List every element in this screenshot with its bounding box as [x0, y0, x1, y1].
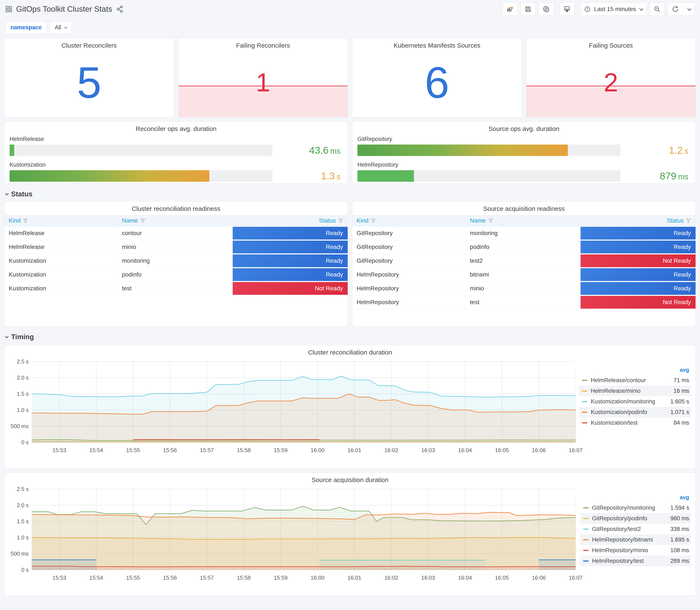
save-dashboard-button[interactable]	[521, 2, 536, 16]
status-badge: Not Ready	[233, 282, 348, 295]
legend-series-name[interactable]: HelmRepository/bitnami	[592, 536, 655, 543]
column-header-name[interactable]: Name	[466, 217, 581, 224]
legend-series-name[interactable]: HelmRelease/minio	[591, 388, 655, 394]
filter-icon[interactable]	[23, 218, 28, 223]
share-icon[interactable]	[116, 5, 124, 13]
y-axis-tick: 1.5 s	[6, 391, 29, 397]
x-axis-tick: 16:04	[452, 447, 478, 453]
column-header-kind[interactable]: Kind	[4, 217, 118, 224]
panel-title[interactable]: Source acquisition duration	[4, 473, 696, 485]
chevron-down-icon	[687, 6, 691, 11]
cell-kind: GitRepository	[352, 254, 466, 268]
legend-series-marker-icon	[582, 412, 587, 413]
zoom-out-button[interactable]	[649, 2, 665, 16]
timeseries-panel-cluster-reconciliation-duration: Cluster reconciliation duration 0 s500 m…	[4, 345, 696, 468]
x-axis-tick: 16:03	[416, 575, 441, 581]
table-row: HelmReleasecontourReady	[4, 226, 348, 240]
column-header-status[interactable]: Status	[233, 217, 348, 224]
legend-series-name[interactable]: GitRepository/test2	[592, 526, 655, 532]
x-axis-tick: 16:06	[526, 575, 551, 581]
gauge-bar	[357, 145, 620, 156]
x-axis-tick: 15:53	[47, 447, 72, 453]
table-header: KindNameStatus	[352, 215, 696, 226]
panel-title[interactable]: Kubernetes Manifests Sources	[352, 38, 522, 50]
legend-series-name[interactable]: Kustomization/podinfo	[591, 409, 655, 416]
refresh-button[interactable]	[668, 2, 683, 16]
cell-status: Not Ready	[581, 295, 696, 309]
column-header-name[interactable]: Name	[118, 217, 233, 224]
y-axis-tick: 2.5 s	[6, 358, 29, 365]
legend-series-name[interactable]: Kustomization/test	[591, 420, 655, 426]
section-header-timing[interactable]: Timing	[5, 333, 695, 341]
legend-avg-value: 980 ms	[655, 515, 689, 522]
variable-namespace-label[interactable]: namespace	[5, 21, 47, 34]
column-header-kind[interactable]: Kind	[352, 217, 466, 224]
cell-kind: HelmRepository	[352, 282, 466, 295]
table-body: GitRepositorymonitoringReadyGitRepositor…	[352, 226, 696, 309]
panel-title[interactable]: Cluster reconciliation duration	[4, 346, 696, 357]
time-series-plot[interactable]	[32, 358, 576, 445]
add-panel-button[interactable]	[502, 2, 518, 16]
gauge-label: GitRepository	[357, 136, 690, 142]
gauge-row: HelmRepository879ms	[357, 162, 690, 182]
filter-icon[interactable]	[488, 218, 493, 223]
legend-series-name[interactable]: Kustomization/monitoring	[591, 398, 655, 405]
gauges-row: Reconciler ops avg. duration HelmRelease…	[4, 122, 696, 183]
dashboard-grid-icon[interactable]	[5, 5, 12, 13]
x-axis-tick: 16:05	[489, 447, 515, 453]
panel-title[interactable]: Reconciler ops avg. duration	[4, 122, 348, 134]
filter-icon[interactable]	[371, 218, 376, 223]
variable-namespace-value-dropdown[interactable]: All	[50, 21, 72, 34]
panel-title[interactable]: Cluster reconciliation readiness	[4, 202, 348, 214]
panel-title[interactable]: Source acquisition readiness	[352, 202, 696, 214]
bargauge-panel-source-ops: Source ops avg. duration GitRepository1.…	[352, 122, 696, 183]
legend-avg-value: 108 ms	[655, 547, 689, 554]
legend-avg-header[interactable]: avg	[580, 493, 691, 502]
filter-icon[interactable]	[686, 218, 691, 223]
legend-series-name[interactable]: HelmRepository/test	[592, 558, 655, 564]
cycle-view-button[interactable]	[559, 2, 575, 16]
table-row: KustomizationmonitoringReady	[4, 254, 348, 268]
table-body: HelmReleasecontourReadyHelmReleaseminioR…	[4, 226, 348, 295]
y-axis-tick: 2.0 s	[6, 374, 29, 381]
filter-icon[interactable]	[338, 218, 343, 223]
time-series-plot[interactable]	[32, 486, 576, 572]
legend-row: HelmRelease/contour71 ms	[579, 375, 691, 386]
column-header-status[interactable]: Status	[581, 217, 696, 224]
status-badge: Not Ready	[581, 254, 696, 267]
gauge-rows: HelmRelease43.6msKustomization1.3s	[4, 134, 348, 182]
legend-series-name[interactable]: GitRepository/monitoring	[592, 504, 655, 511]
table-row: GitRepositorypodinfoReady	[352, 240, 696, 254]
legend-series-marker-icon	[582, 380, 587, 381]
legend-series-name[interactable]: HelmRelease/contour	[591, 377, 655, 384]
refresh-interval-button[interactable]	[683, 2, 695, 16]
table-row: KustomizationpodinfoReady	[4, 268, 348, 282]
legend-avg-value: 338 ms	[655, 526, 689, 532]
gauge-value: 879ms	[620, 170, 690, 182]
cell-kind: GitRepository	[352, 240, 466, 254]
legend-avg-header[interactable]: avg	[579, 366, 691, 375]
cell-status: Ready	[581, 240, 696, 254]
bargauge-panel-reconciler-ops: Reconciler ops avg. duration HelmRelease…	[4, 122, 348, 183]
section-header-status[interactable]: Status	[5, 190, 695, 198]
filter-icon[interactable]	[140, 218, 146, 223]
toolbar: Last 15 minutes	[502, 2, 695, 16]
settings-button[interactable]	[538, 2, 554, 16]
tables-row: Cluster reconciliation readiness KindNam…	[4, 202, 696, 326]
panel-title[interactable]: Source ops avg. duration	[352, 122, 696, 134]
legend-avg-value: 16 ms	[655, 388, 689, 394]
table-row: HelmReleaseminioReady	[4, 240, 348, 254]
cell-status: Ready	[581, 226, 696, 240]
panel-title[interactable]: Failing Reconcilers	[179, 38, 348, 50]
x-axis-tick: 16:04	[452, 575, 478, 581]
panel-title[interactable]: Failing Sources	[526, 38, 696, 50]
legend-series-name[interactable]: HelmRepository/minio	[592, 547, 655, 554]
legend-row: HelmRelease/minio16 ms	[579, 386, 691, 396]
variable-value-text: All	[55, 24, 61, 31]
panel-title[interactable]: Cluster Reconcilers	[4, 38, 174, 50]
status-badge: Ready	[581, 227, 696, 240]
legend-series-name[interactable]: GitRepository/podinfo	[592, 515, 655, 522]
time-range-picker[interactable]: Last 15 minutes	[580, 2, 647, 16]
cell-name: podinfo	[118, 268, 233, 282]
cell-kind: Kustomization	[4, 268, 118, 282]
